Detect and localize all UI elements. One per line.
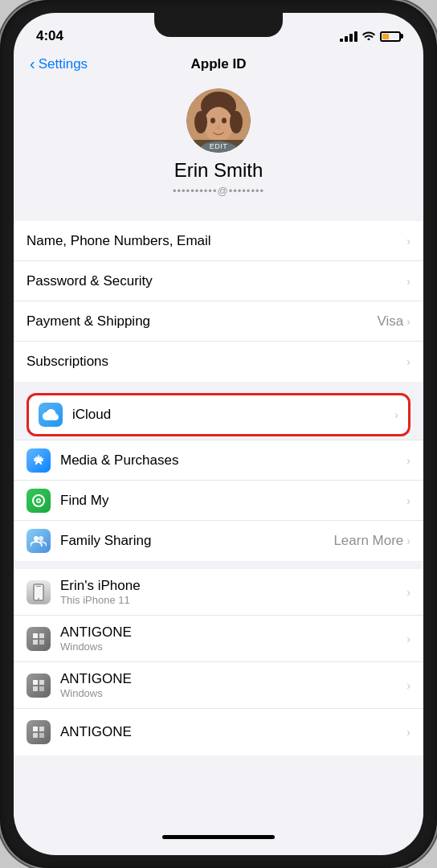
- device-antigone1-name: ANTIGONE: [60, 624, 406, 641]
- device-antigone2[interactable]: ANTIGONE Windows ›: [14, 662, 423, 709]
- svg-rect-22: [33, 686, 38, 691]
- page-title: Apple ID: [191, 56, 247, 72]
- row-password[interactable]: Password & Security ›: [14, 261, 423, 301]
- svg-rect-17: [39, 633, 44, 638]
- icloud-icon: [39, 403, 63, 427]
- svg-rect-19: [39, 640, 44, 645]
- svg-rect-25: [39, 727, 44, 731]
- svg-point-10: [38, 499, 40, 502]
- family-icon: [27, 529, 51, 553]
- appstore-icon: [27, 448, 51, 473]
- nav-bar: ‹ Settings Apple ID: [14, 53, 423, 80]
- windows3-icon: [27, 720, 51, 744]
- svg-rect-26: [33, 733, 38, 738]
- svg-point-12: [39, 536, 43, 541]
- row-subscriptions-label: Subscriptions: [27, 354, 108, 370]
- battery-icon: [380, 31, 401, 42]
- row-payment[interactable]: Payment & Shipping Visa ›: [14, 301, 423, 342]
- profile-section: EDIT Erin Smith ••••••••••@••••••••: [14, 80, 423, 213]
- iphone-icon: [27, 580, 51, 604]
- section-separator-2: [14, 561, 423, 569]
- icloud-row-inner: iCloud ›: [27, 393, 410, 436]
- avatar-edit-label: EDIT: [186, 140, 251, 153]
- settings-section-main: Name, Phone Numbers, Email › Password & …: [14, 221, 423, 382]
- device-antigone3[interactable]: ANTIGONE ›: [14, 709, 423, 755]
- signal-icon: [340, 31, 357, 42]
- phone-frame: 4:04: [0, 0, 437, 868]
- family-value: Learn More: [333, 533, 403, 549]
- back-chevron-icon: ‹: [30, 55, 35, 73]
- svg-point-4: [230, 111, 243, 133]
- chevron-icon: ›: [406, 315, 410, 328]
- device-antigone1-type: Windows: [60, 641, 406, 653]
- device-antigone1[interactable]: ANTIGONE Windows ›: [14, 616, 423, 662]
- chevron-icon: ›: [406, 633, 410, 645]
- row-name-label: Name, Phone Numbers, Email: [27, 233, 211, 249]
- chevron-icon: ›: [406, 586, 410, 599]
- svg-rect-20: [33, 680, 38, 685]
- device-antigone2-name: ANTIGONE: [60, 671, 406, 687]
- chevron-icon: ›: [406, 494, 410, 507]
- section-separator: [14, 382, 423, 390]
- svg-rect-23: [39, 686, 44, 691]
- status-time: 4:04: [36, 28, 63, 44]
- payment-value: Visa: [378, 313, 404, 330]
- device-iphone[interactable]: Erin's iPhone This iPhone 11 ›: [14, 569, 423, 616]
- findmy-label: Find My: [60, 493, 108, 509]
- svg-rect-21: [39, 680, 44, 685]
- devices-section: Erin's iPhone This iPhone 11 › ANTIGONE: [14, 569, 423, 755]
- svg-rect-16: [33, 633, 38, 638]
- icon-section: iCloud › Media & Purchases ›: [14, 390, 423, 561]
- home-indicator: [162, 835, 275, 839]
- svg-rect-14: [36, 586, 41, 587]
- chevron-icon: ›: [394, 408, 398, 421]
- row-password-label: Password & Security: [27, 273, 153, 289]
- notch: [154, 13, 283, 37]
- row-family[interactable]: Family Sharing Learn More ›: [14, 521, 423, 561]
- row-payment-label: Payment & Shipping: [27, 313, 150, 330]
- device-iphone-type: This iPhone 11: [60, 594, 406, 606]
- family-label: Family Sharing: [60, 533, 151, 549]
- row-name[interactable]: Name, Phone Numbers, Email ›: [14, 221, 423, 261]
- windows1-icon: [27, 627, 51, 651]
- row-icloud[interactable]: iCloud ›: [14, 390, 423, 440]
- profile-email: ••••••••••@••••••••: [173, 185, 264, 197]
- svg-point-15: [38, 598, 39, 600]
- svg-point-11: [34, 536, 39, 541]
- battery-fill: [382, 34, 389, 39]
- device-antigone3-name: ANTIGONE: [60, 724, 406, 740]
- chevron-icon: ›: [406, 235, 410, 248]
- chevron-icon: ›: [406, 726, 410, 739]
- device-antigone2-type: Windows: [60, 687, 406, 699]
- device-iphone-name: Erin's iPhone: [60, 578, 406, 594]
- svg-rect-24: [33, 727, 38, 731]
- avatar[interactable]: EDIT: [186, 88, 251, 153]
- svg-point-3: [194, 111, 207, 133]
- row-media[interactable]: Media & Purchases ›: [14, 440, 423, 481]
- profile-name: Erin Smith: [174, 159, 263, 182]
- chevron-icon: ›: [406, 679, 410, 692]
- row-subscriptions[interactable]: Subscriptions ›: [14, 342, 423, 382]
- status-icons: [340, 30, 401, 43]
- phone-screen: 4:04: [14, 13, 423, 855]
- row-findmy[interactable]: Find My ›: [14, 481, 423, 521]
- wifi-icon: [362, 30, 375, 43]
- chevron-icon: ›: [406, 454, 410, 467]
- chevron-icon: ›: [406, 534, 410, 547]
- chevron-icon: ›: [406, 355, 410, 368]
- svg-point-6: [222, 118, 227, 124]
- back-button[interactable]: ‹ Settings: [30, 55, 88, 73]
- svg-rect-18: [33, 640, 38, 645]
- svg-point-5: [210, 118, 215, 124]
- windows2-icon: [27, 674, 51, 698]
- media-label: Media & Purchases: [60, 452, 178, 469]
- findmy-icon: [27, 489, 51, 513]
- svg-rect-27: [39, 733, 44, 738]
- chevron-icon: ›: [406, 275, 410, 288]
- icloud-label: iCloud: [72, 407, 394, 423]
- back-label: Settings: [39, 56, 88, 72]
